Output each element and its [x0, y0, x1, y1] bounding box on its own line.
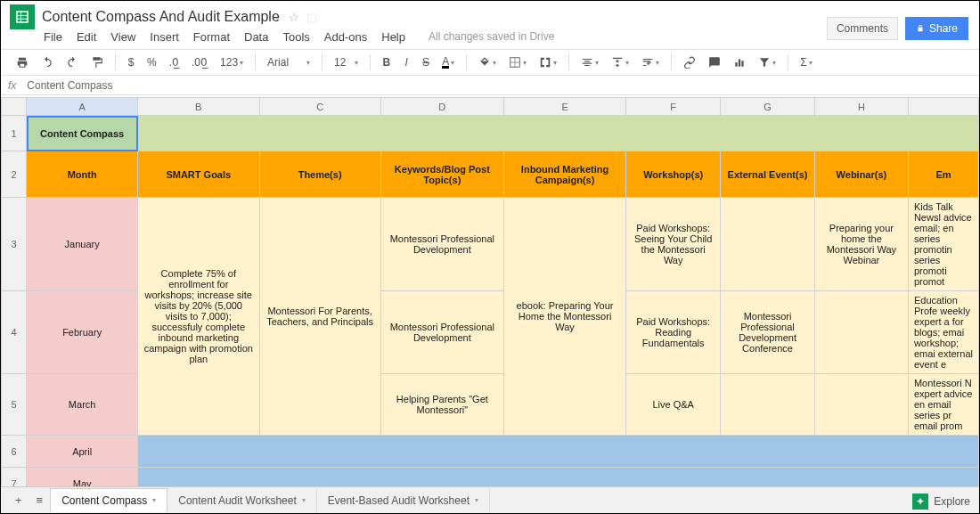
- cell-I3[interactable]: Kids Talk Newsl advice email; en series …: [908, 198, 978, 291]
- font-size-dropdown[interactable]: 12▾: [330, 53, 363, 71]
- italic-icon[interactable]: I: [398, 53, 414, 71]
- menu-insert[interactable]: Insert: [150, 30, 179, 44]
- column-header-C[interactable]: C: [259, 98, 380, 116]
- cell-B1[interactable]: [138, 116, 979, 151]
- row-header-4[interactable]: 4: [2, 291, 27, 374]
- cell-B6[interactable]: [138, 436, 979, 468]
- insert-comment-icon[interactable]: [704, 53, 725, 71]
- chevron-down-icon[interactable]: ▾: [302, 496, 306, 504]
- add-sheet-button[interactable]: +: [8, 490, 29, 510]
- row-header-5[interactable]: 5: [2, 374, 27, 436]
- text-color-icon[interactable]: A▾: [437, 54, 459, 71]
- menu-edit[interactable]: Edit: [77, 30, 96, 44]
- filter-icon[interactable]: ▾: [754, 53, 780, 71]
- cell-A2[interactable]: Month: [27, 151, 138, 198]
- functions-icon[interactable]: Σ▾: [796, 53, 816, 71]
- cell-E3[interactable]: ebook: Preparing Your Home the Montessor…: [503, 198, 625, 436]
- cell-I5[interactable]: Montessori N expert advice en email seri…: [908, 374, 978, 436]
- cell-B2[interactable]: SMART Goals: [138, 151, 259, 198]
- cell-D5[interactable]: Helping Parents "Get Montessori": [380, 374, 503, 436]
- column-header-D[interactable]: D: [380, 98, 503, 116]
- menu-view[interactable]: View: [110, 30, 135, 44]
- column-header-H[interactable]: H: [814, 98, 908, 116]
- menu-addons[interactable]: Add-ons: [324, 30, 367, 44]
- cell-A4[interactable]: February: [27, 291, 138, 374]
- redo-icon[interactable]: [61, 53, 83, 71]
- row-header-3[interactable]: 3: [2, 198, 27, 291]
- cell-A7[interactable]: May: [27, 468, 138, 487]
- increase-decimal-icon[interactable]: .00̲: [187, 53, 212, 71]
- chevron-down-icon[interactable]: ▾: [475, 496, 478, 504]
- vertical-align-icon[interactable]: ▾: [607, 53, 633, 71]
- cell-A3[interactable]: January: [27, 198, 138, 291]
- cell-I2[interactable]: Em: [908, 151, 978, 198]
- cell-G2[interactable]: External Event(s): [721, 151, 815, 198]
- cell-F5[interactable]: Live Q&A: [626, 374, 721, 436]
- menu-file[interactable]: File: [44, 30, 62, 44]
- cell-E2[interactable]: Inbound Marketing Campaign(s): [503, 151, 625, 198]
- cell-D3[interactable]: Montessori Professional Development: [380, 198, 503, 291]
- decrease-decimal-icon[interactable]: .0̲: [165, 53, 184, 71]
- strikethrough-icon[interactable]: S: [418, 53, 434, 71]
- cell-A6[interactable]: April: [27, 436, 138, 468]
- chevron-down-icon[interactable]: ▾: [152, 496, 156, 504]
- cell-I4[interactable]: Education Profe weekly expert a for blog…: [908, 291, 978, 374]
- column-header-F[interactable]: F: [626, 98, 721, 116]
- horizontal-align-icon[interactable]: ▾: [576, 53, 603, 71]
- percent-icon[interactable]: %: [143, 53, 161, 71]
- explore-button[interactable]: ✦ Explore: [912, 494, 970, 510]
- undo-icon[interactable]: [37, 53, 58, 71]
- cell-B7[interactable]: [138, 468, 979, 487]
- cell-A1[interactable]: Content Compass: [27, 116, 138, 151]
- column-header-I[interactable]: [908, 98, 978, 116]
- cell-A5[interactable]: March: [27, 374, 138, 436]
- all-sheets-button[interactable]: ≡: [29, 490, 51, 510]
- merge-cells-icon[interactable]: ▾: [535, 53, 561, 71]
- insert-chart-icon[interactable]: [729, 53, 750, 71]
- cell-F2[interactable]: Workshop(s): [626, 151, 721, 198]
- cell-F4[interactable]: Paid Workshops: Reading Fundamentals: [626, 291, 721, 374]
- menu-data[interactable]: Data: [244, 30, 268, 44]
- cell-D2[interactable]: Keywords/Blog Post Topic(s): [380, 151, 503, 198]
- bold-icon[interactable]: B: [378, 53, 395, 71]
- currency-icon[interactable]: $: [123, 53, 139, 71]
- document-title[interactable]: Content Compass And Audit Example: [42, 9, 280, 25]
- star-icon[interactable]: ☆: [289, 11, 299, 24]
- cell-H5[interactable]: [814, 374, 908, 436]
- cell-G3[interactable]: [721, 198, 815, 291]
- formula-bar[interactable]: fx Content Compass: [1, 76, 979, 95]
- row-header-7[interactable]: 7: [2, 468, 27, 487]
- cell-H3[interactable]: Preparing your home the Montessori Way W…: [814, 198, 908, 291]
- insert-link-icon[interactable]: [679, 53, 700, 71]
- borders-icon[interactable]: ▾: [504, 53, 531, 71]
- column-header-G[interactable]: G: [721, 98, 815, 116]
- print-icon[interactable]: [12, 53, 33, 71]
- cell-B3[interactable]: Complete 75% of enrollment for workshops…: [138, 198, 259, 436]
- fill-color-icon[interactable]: ▾: [474, 53, 501, 71]
- cell-G4[interactable]: Montessori Professional Development Conf…: [721, 291, 815, 374]
- font-family-dropdown[interactable]: Arial▾: [263, 53, 314, 71]
- column-header-A[interactable]: A: [27, 98, 138, 116]
- column-header-E[interactable]: E: [503, 98, 625, 116]
- row-header-1[interactable]: 1: [2, 116, 27, 151]
- sheets-app-icon[interactable]: [10, 4, 35, 29]
- row-header-6[interactable]: 6: [2, 436, 27, 468]
- number-format-dropdown[interactable]: 123▾: [216, 53, 248, 71]
- sheet-tab-content-compass[interactable]: Content Compass▾: [50, 488, 167, 512]
- text-wrap-icon[interactable]: ▾: [637, 53, 664, 71]
- cell-H2[interactable]: Webinar(s): [814, 151, 908, 198]
- cell-C2[interactable]: Theme(s): [259, 151, 380, 198]
- cell-G5[interactable]: [721, 374, 815, 436]
- spreadsheet-grid[interactable]: A B C D E F G H 1 Content Compass 2 Mont…: [1, 97, 979, 486]
- cell-H4[interactable]: [814, 291, 908, 374]
- cell-F3[interactable]: Paid Workshops: Seeing Your Child the Mo…: [626, 198, 721, 291]
- share-button[interactable]: Share: [905, 17, 968, 40]
- menu-format[interactable]: Format: [193, 30, 230, 44]
- cell-C3[interactable]: Montessori For Parents, Teachers, and Pr…: [259, 198, 380, 436]
- formula-content[interactable]: Content Compass: [27, 79, 112, 92]
- select-all-corner[interactable]: [2, 98, 27, 116]
- comments-button[interactable]: Comments: [827, 17, 898, 40]
- move-folder-icon[interactable]: ⬚: [306, 11, 317, 24]
- sheet-tab-content-audit[interactable]: Content Audit Worksheet▾: [167, 489, 317, 512]
- paint-format-icon[interactable]: [86, 53, 108, 71]
